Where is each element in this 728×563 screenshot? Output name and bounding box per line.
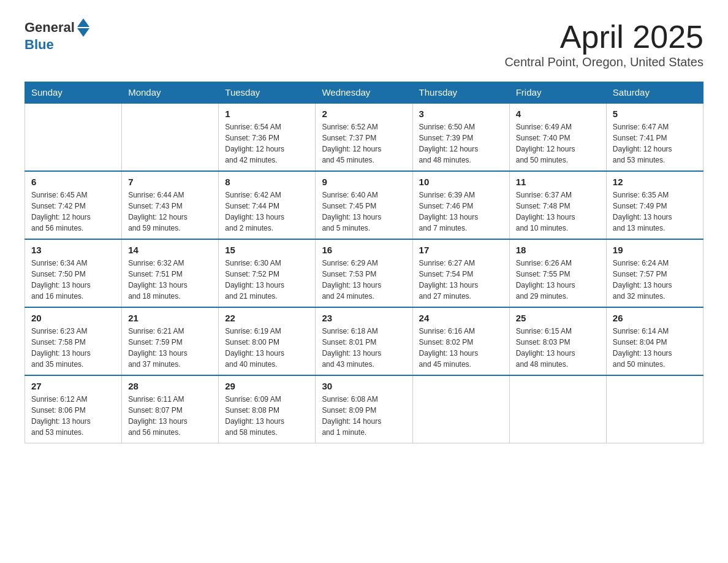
day-number: 22 — [225, 313, 309, 323]
calendar-cell: 23Sunrise: 6:18 AM Sunset: 8:01 PM Dayli… — [316, 307, 412, 375]
day-info: Sunrise: 6:11 AM Sunset: 8:07 PM Dayligh… — [128, 394, 212, 438]
day-info: Sunrise: 6:49 AM Sunset: 7:40 PM Dayligh… — [516, 121, 600, 166]
day-number: 28 — [128, 381, 212, 391]
day-number: 19 — [613, 245, 697, 255]
calendar-cell: 27Sunrise: 6:12 AM Sunset: 8:06 PM Dayli… — [25, 375, 122, 443]
calendar-cell: 14Sunrise: 6:32 AM Sunset: 7:51 PM Dayli… — [122, 239, 219, 307]
day-number: 1 — [225, 109, 309, 119]
day-number: 24 — [419, 313, 503, 323]
calendar-cell: 8Sunrise: 6:42 AM Sunset: 7:44 PM Daylig… — [219, 171, 316, 239]
calendar-cell: 10Sunrise: 6:39 AM Sunset: 7:46 PM Dayli… — [412, 171, 509, 239]
day-info: Sunrise: 6:44 AM Sunset: 7:43 PM Dayligh… — [128, 190, 212, 234]
logo-blue-text: Blue — [25, 37, 54, 53]
calendar-table: SundayMondayTuesdayWednesdayThursdayFrid… — [25, 82, 703, 443]
day-info: Sunrise: 6:23 AM Sunset: 7:58 PM Dayligh… — [31, 326, 115, 370]
day-info: Sunrise: 6:45 AM Sunset: 7:42 PM Dayligh… — [31, 190, 115, 234]
header-day-sunday: Sunday — [25, 82, 122, 104]
day-info: Sunrise: 6:15 AM Sunset: 8:03 PM Dayligh… — [516, 326, 600, 370]
calendar-cell: 1Sunrise: 6:54 AM Sunset: 7:36 PM Daylig… — [219, 103, 316, 171]
header-day-thursday: Thursday — [412, 82, 509, 104]
calendar-cell: 16Sunrise: 6:29 AM Sunset: 7:53 PM Dayli… — [316, 239, 412, 307]
calendar-cell — [509, 375, 606, 443]
day-info: Sunrise: 6:32 AM Sunset: 7:51 PM Dayligh… — [128, 258, 212, 302]
calendar-cell: 19Sunrise: 6:24 AM Sunset: 7:57 PM Dayli… — [606, 239, 703, 307]
day-number: 16 — [322, 245, 406, 255]
calendar-cell: 28Sunrise: 6:11 AM Sunset: 8:07 PM Dayli… — [122, 375, 219, 443]
day-number: 3 — [419, 109, 503, 119]
day-info: Sunrise: 6:08 AM Sunset: 8:09 PM Dayligh… — [322, 394, 406, 438]
day-info: Sunrise: 6:54 AM Sunset: 7:36 PM Dayligh… — [225, 121, 309, 166]
calendar-cell: 20Sunrise: 6:23 AM Sunset: 7:58 PM Dayli… — [25, 307, 122, 375]
day-number: 9 — [322, 177, 406, 187]
calendar-cell: 26Sunrise: 6:14 AM Sunset: 8:04 PM Dayli… — [606, 307, 703, 375]
logo-general-text: General — [25, 20, 75, 36]
day-number: 14 — [128, 245, 212, 255]
day-number: 17 — [419, 245, 503, 255]
day-number: 29 — [225, 381, 309, 391]
day-info: Sunrise: 6:21 AM Sunset: 7:59 PM Dayligh… — [128, 326, 212, 370]
calendar-cell: 2Sunrise: 6:52 AM Sunset: 7:37 PM Daylig… — [316, 103, 412, 171]
day-number: 20 — [31, 313, 115, 323]
calendar-cell: 5Sunrise: 6:47 AM Sunset: 7:41 PM Daylig… — [606, 103, 703, 171]
day-number: 6 — [31, 177, 115, 187]
day-info: Sunrise: 6:39 AM Sunset: 7:46 PM Dayligh… — [419, 190, 503, 234]
calendar-cell: 6Sunrise: 6:45 AM Sunset: 7:42 PM Daylig… — [25, 171, 122, 239]
calendar-cell: 3Sunrise: 6:50 AM Sunset: 7:39 PM Daylig… — [412, 103, 509, 171]
page-title: April 2025 — [504, 18, 703, 55]
calendar-cell: 7Sunrise: 6:44 AM Sunset: 7:43 PM Daylig… — [122, 171, 219, 239]
week-row-4: 20Sunrise: 6:23 AM Sunset: 7:58 PM Dayli… — [25, 307, 703, 375]
title-block: April 2025 Central Point, Oregon, United… — [504, 18, 703, 69]
day-number: 18 — [516, 245, 600, 255]
calendar-cell — [25, 103, 122, 171]
day-info: Sunrise: 6:40 AM Sunset: 7:45 PM Dayligh… — [322, 190, 406, 234]
calendar-cell: 17Sunrise: 6:27 AM Sunset: 7:54 PM Dayli… — [412, 239, 509, 307]
day-info: Sunrise: 6:29 AM Sunset: 7:53 PM Dayligh… — [322, 258, 406, 302]
calendar-cell: 18Sunrise: 6:26 AM Sunset: 7:55 PM Dayli… — [509, 239, 606, 307]
header-day-friday: Friday — [509, 82, 606, 104]
calendar-cell — [122, 103, 219, 171]
day-number: 2 — [322, 109, 406, 119]
week-row-5: 27Sunrise: 6:12 AM Sunset: 8:06 PM Dayli… — [25, 375, 703, 443]
day-number: 23 — [322, 313, 406, 323]
day-info: Sunrise: 6:47 AM Sunset: 7:41 PM Dayligh… — [613, 121, 697, 166]
week-row-2: 6Sunrise: 6:45 AM Sunset: 7:42 PM Daylig… — [25, 171, 703, 239]
calendar-cell: 4Sunrise: 6:49 AM Sunset: 7:40 PM Daylig… — [509, 103, 606, 171]
day-number: 8 — [225, 177, 309, 187]
day-info: Sunrise: 6:09 AM Sunset: 8:08 PM Dayligh… — [225, 394, 309, 438]
day-number: 25 — [516, 313, 600, 323]
header-day-tuesday: Tuesday — [219, 82, 316, 104]
day-info: Sunrise: 6:27 AM Sunset: 7:54 PM Dayligh… — [419, 258, 503, 302]
header-day-saturday: Saturday — [606, 82, 703, 104]
calendar-cell: 24Sunrise: 6:16 AM Sunset: 8:02 PM Dayli… — [412, 307, 509, 375]
day-number: 15 — [225, 245, 309, 255]
calendar-cell: 13Sunrise: 6:34 AM Sunset: 7:50 PM Dayli… — [25, 239, 122, 307]
day-info: Sunrise: 6:16 AM Sunset: 8:02 PM Dayligh… — [419, 326, 503, 370]
calendar-cell: 30Sunrise: 6:08 AM Sunset: 8:09 PM Dayli… — [316, 375, 412, 443]
calendar-cell: 29Sunrise: 6:09 AM Sunset: 8:08 PM Dayli… — [219, 375, 316, 443]
day-info: Sunrise: 6:50 AM Sunset: 7:39 PM Dayligh… — [419, 121, 503, 166]
day-info: Sunrise: 6:37 AM Sunset: 7:48 PM Dayligh… — [516, 190, 600, 234]
day-info: Sunrise: 6:14 AM Sunset: 8:04 PM Dayligh… — [613, 326, 697, 370]
day-info: Sunrise: 6:42 AM Sunset: 7:44 PM Dayligh… — [225, 190, 309, 234]
day-info: Sunrise: 6:34 AM Sunset: 7:50 PM Dayligh… — [31, 258, 115, 302]
page-header: General Blue April 2025 Central Point, O… — [25, 18, 703, 69]
day-number: 21 — [128, 313, 212, 323]
calendar-cell: 21Sunrise: 6:21 AM Sunset: 7:59 PM Dayli… — [122, 307, 219, 375]
calendar-cell — [606, 375, 703, 443]
day-number: 5 — [613, 109, 697, 119]
day-info: Sunrise: 6:26 AM Sunset: 7:55 PM Dayligh… — [516, 258, 600, 302]
calendar-cell: 9Sunrise: 6:40 AM Sunset: 7:45 PM Daylig… — [316, 171, 412, 239]
calendar-cell: 12Sunrise: 6:35 AM Sunset: 7:49 PM Dayli… — [606, 171, 703, 239]
calendar-cell: 11Sunrise: 6:37 AM Sunset: 7:48 PM Dayli… — [509, 171, 606, 239]
day-number: 12 — [613, 177, 697, 187]
week-row-1: 1Sunrise: 6:54 AM Sunset: 7:36 PM Daylig… — [25, 103, 703, 171]
day-number: 7 — [128, 177, 212, 187]
day-number: 11 — [516, 177, 600, 187]
day-number: 13 — [31, 245, 115, 255]
page-subtitle: Central Point, Oregon, United States — [504, 55, 703, 69]
header-day-wednesday: Wednesday — [316, 82, 412, 104]
day-number: 10 — [419, 177, 503, 187]
day-info: Sunrise: 6:18 AM Sunset: 8:01 PM Dayligh… — [322, 326, 406, 370]
week-row-3: 13Sunrise: 6:34 AM Sunset: 7:50 PM Dayli… — [25, 239, 703, 307]
day-info: Sunrise: 6:52 AM Sunset: 7:37 PM Dayligh… — [322, 121, 406, 166]
